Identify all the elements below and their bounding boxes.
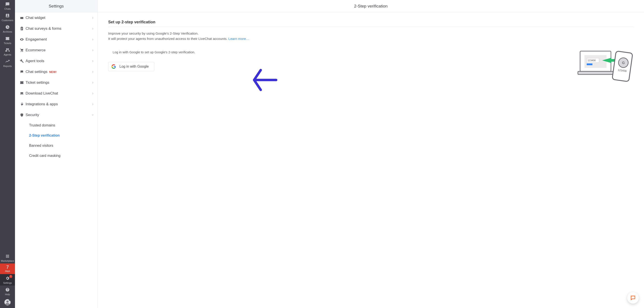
menu-label: Integrations & apps bbox=[26, 102, 92, 106]
login-with-google-button[interactable]: Log in with Google bbox=[108, 62, 154, 71]
section-desc-line2: It will protect your agents from unautho… bbox=[108, 36, 634, 42]
google-logo-icon bbox=[112, 64, 116, 69]
trial-days-count: 7 bbox=[0, 265, 15, 270]
menu-item-download-livechat[interactable]: Download LiveChat › bbox=[15, 88, 98, 99]
chevron-right-icon: › bbox=[92, 80, 94, 85]
ticket-icon bbox=[5, 36, 10, 41]
sidebar-title: Settings bbox=[15, 0, 98, 12]
rail-item-help[interactable]: Help bbox=[0, 286, 15, 297]
rail-label: Help bbox=[5, 293, 10, 296]
wrench-icon bbox=[20, 59, 26, 63]
chevron-down-icon: › bbox=[90, 114, 95, 116]
chevron-right-icon: › bbox=[92, 37, 94, 42]
chevron-right-icon: › bbox=[92, 16, 94, 20]
chat-bubble-icon bbox=[630, 295, 636, 301]
chevron-right-icon: › bbox=[92, 58, 94, 63]
chevron-right-icon: › bbox=[92, 70, 94, 74]
clock-icon bbox=[5, 25, 10, 30]
chevron-right-icon: › bbox=[92, 26, 94, 31]
agents-icon bbox=[5, 48, 10, 52]
rail-trial-counter[interactable]: 7 days bbox=[0, 264, 15, 274]
menu-item-integrations[interactable]: Integrations & apps › bbox=[15, 99, 98, 110]
chevron-right-icon: › bbox=[92, 91, 94, 96]
sidebar-scroll[interactable]: Chat widget › Chat surveys & forms › Eng… bbox=[15, 12, 98, 308]
rail-item-reports[interactable]: Reports bbox=[0, 57, 15, 69]
sub-item-trusted-domains[interactable]: Trusted domains bbox=[15, 120, 98, 130]
rail-item-chats[interactable]: Chats bbox=[0, 0, 15, 12]
sub-item-credit-card-masking[interactable]: Credit card masking bbox=[15, 151, 98, 161]
help-icon bbox=[5, 287, 10, 292]
avatar-circle bbox=[4, 299, 10, 305]
rail-label: Archives bbox=[3, 30, 12, 33]
menu-label: Chat settingsNEW! bbox=[26, 70, 92, 74]
grid-apps-icon bbox=[5, 254, 10, 259]
trial-days-label: days bbox=[0, 270, 15, 272]
chat-help-fab[interactable] bbox=[627, 292, 639, 304]
chevron-right-icon: › bbox=[92, 48, 94, 52]
chevron-right-icon: › bbox=[92, 102, 94, 106]
menu-label: Chat widget bbox=[26, 16, 92, 20]
section-title: Set up 2-step verification bbox=[108, 20, 634, 27]
settings-sidebar: Settings Chat widget › Chat surveys & fo… bbox=[15, 0, 98, 308]
rail-item-settings[interactable]: ! Settings bbox=[0, 274, 15, 286]
annotation-arrow-icon bbox=[252, 68, 278, 92]
menu-item-chat-widget[interactable]: Chat widget › bbox=[15, 12, 98, 23]
menu-label: Chat surveys & forms bbox=[26, 26, 92, 31]
svg-text:123456: 123456 bbox=[588, 59, 596, 62]
menu-label: Security bbox=[26, 113, 92, 117]
rail-label: Agents bbox=[4, 53, 11, 56]
illustration: 123456 G 123456 bbox=[576, 47, 634, 82]
rail-label: Customers bbox=[2, 19, 13, 22]
cart-icon bbox=[20, 48, 26, 52]
chat-icon bbox=[5, 2, 10, 6]
clipboard-icon bbox=[20, 27, 26, 30]
menu-item-security[interactable]: Security › bbox=[15, 110, 98, 120]
menu-label: Engagement bbox=[26, 37, 92, 42]
menu-item-chat-settings[interactable]: Chat settingsNEW! › bbox=[15, 66, 98, 77]
page-title: 2-Step verification bbox=[98, 0, 644, 12]
plug-icon bbox=[20, 102, 26, 106]
reports-trend-icon bbox=[5, 59, 10, 64]
rail-item-archives[interactable]: Archives bbox=[0, 23, 15, 34]
settings-alert-badge: ! bbox=[9, 275, 12, 278]
svg-rect-1 bbox=[578, 72, 613, 74]
rail-item-marketplace[interactable]: Marketplace bbox=[0, 252, 15, 264]
rail-avatar[interactable] bbox=[0, 297, 15, 308]
svg-rect-5 bbox=[587, 64, 592, 65]
main-panel: 2-Step verification Set up 2-step verifi… bbox=[98, 0, 644, 308]
shield-icon bbox=[20, 113, 26, 117]
login-hint: Log in with Google to set up Google's 2-… bbox=[112, 50, 570, 54]
svg-text:G: G bbox=[622, 61, 625, 65]
menu-item-ecommerce[interactable]: Ecommerce › bbox=[15, 45, 98, 56]
presence-dot-icon bbox=[9, 299, 10, 301]
menu-label: Download LiveChat bbox=[26, 91, 92, 96]
rail-spacer bbox=[0, 69, 15, 252]
new-tag: NEW! bbox=[49, 70, 57, 74]
learn-more-link[interactable]: Learn more… bbox=[228, 37, 249, 40]
rail-label: Settings bbox=[3, 282, 12, 284]
main-body: Set up 2-step verification Improve your … bbox=[98, 12, 644, 308]
section-desc-line1: Improve your security by using Google's … bbox=[108, 31, 634, 36]
sub-item-2step-verification[interactable]: 2-Step verification bbox=[15, 130, 98, 140]
sub-item-banned-visitors[interactable]: Banned visitors bbox=[15, 140, 98, 151]
rail-item-agents[interactable]: Agents bbox=[0, 46, 15, 57]
customers-icon bbox=[5, 13, 10, 18]
menu-label: Ticket settings bbox=[26, 80, 92, 85]
menu-item-engagement[interactable]: Engagement › bbox=[15, 34, 98, 45]
left-rail: Chats Customers Archives Tickets Agents … bbox=[0, 0, 15, 308]
rail-item-customers[interactable]: Customers bbox=[0, 12, 15, 23]
rail-label: Chats bbox=[4, 8, 11, 10]
menu-item-chat-surveys[interactable]: Chat surveys & forms › bbox=[15, 23, 98, 34]
menu-item-ticket-settings[interactable]: Ticket settings › bbox=[15, 77, 98, 88]
laptop-icon bbox=[20, 92, 26, 96]
rail-label: Tickets bbox=[4, 42, 11, 44]
menu-label: Ecommerce bbox=[26, 48, 92, 52]
chat-bubble-icon bbox=[20, 70, 26, 74]
rail-label: Reports bbox=[3, 65, 12, 68]
eye-icon bbox=[20, 38, 26, 42]
rail-item-tickets[interactable]: Tickets bbox=[0, 34, 15, 46]
rail-label: Marketplace bbox=[1, 260, 14, 262]
ticket-icon bbox=[20, 81, 26, 84]
menu-item-agent-tools[interactable]: Agent tools › bbox=[15, 56, 98, 66]
widget-icon bbox=[20, 16, 26, 20]
